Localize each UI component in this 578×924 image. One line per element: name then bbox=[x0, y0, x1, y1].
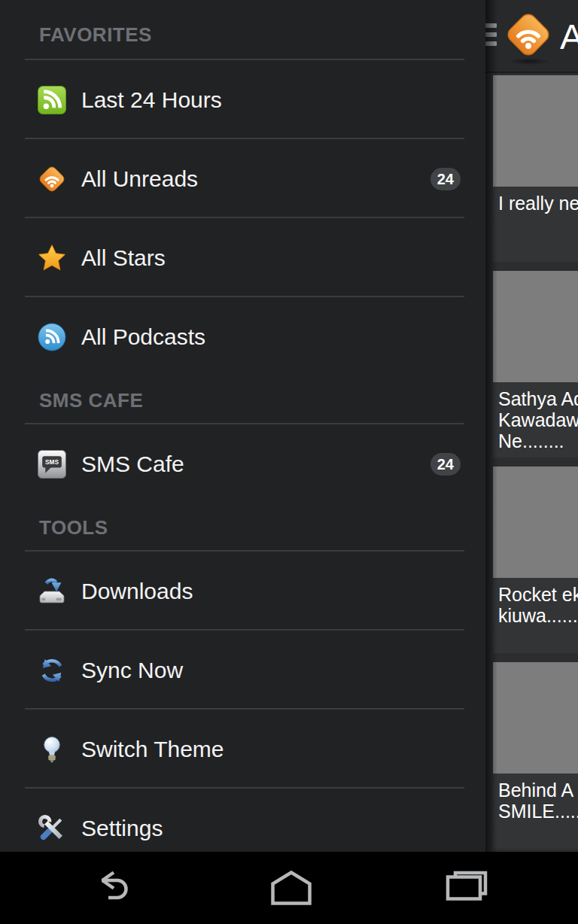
section-header-sms-cafe: SMS CAFE bbox=[0, 376, 485, 424]
drawer-item-downloads[interactable]: Downloads bbox=[0, 552, 485, 631]
unread-count-badge: 24 bbox=[430, 453, 461, 476]
drawer-shadow bbox=[485, 0, 497, 852]
podcast-blue-icon bbox=[38, 323, 66, 351]
rss-green-icon bbox=[38, 86, 66, 114]
thumbnail-placeholder bbox=[493, 75, 578, 187]
drawer-item-label: All Podcasts bbox=[81, 324, 461, 350]
article-card[interactable]: Behind ASMILE........ bbox=[493, 662, 578, 849]
navigation-drawer: FAVORITESLast 24 HoursAll Unreads24All S… bbox=[0, 0, 485, 852]
caption-line: SMILE........ bbox=[498, 801, 578, 822]
card-caption: I really need bbox=[493, 187, 578, 262]
drawer-item-label: Last 24 Hours bbox=[81, 87, 461, 113]
logo-reflection bbox=[509, 58, 549, 65]
drawer-item-label: All Stars bbox=[81, 245, 461, 271]
caption-line: Ne........ bbox=[498, 430, 578, 451]
unread-count-badge: 24 bbox=[430, 168, 461, 190]
drawer-item-label: SMS Cafe bbox=[81, 451, 430, 477]
card-caption: Behind ASMILE........ bbox=[493, 774, 578, 849]
recents-icon[interactable] bbox=[446, 871, 488, 905]
section-header-tools: TOOLS bbox=[0, 503, 485, 552]
thumbnail-placeholder bbox=[493, 467, 578, 578]
article-card[interactable]: Sathya AdaKawadawaNe........ bbox=[493, 271, 578, 457]
drawer-item-label: Downloads bbox=[81, 579, 461, 604]
caption-line: kiuwa......... bbox=[498, 605, 578, 626]
drawer-item-all-podcasts[interactable]: All Podcasts bbox=[0, 297, 485, 376]
caption-line: Behind A bbox=[498, 780, 578, 801]
app-title: A bbox=[560, 16, 578, 57]
drawer-item-sync-now[interactable]: Sync Now bbox=[0, 631, 485, 710]
caption-line: Kawadawa bbox=[498, 409, 578, 430]
drawer-item-settings[interactable]: Settings bbox=[0, 789, 485, 852]
system-navbar bbox=[0, 852, 578, 924]
section-header-label: SMS CAFE bbox=[39, 389, 143, 412]
settings-icon bbox=[38, 814, 66, 843]
drawer-item-label: Switch Theme bbox=[81, 737, 461, 762]
drawer-item-last-24-hours[interactable]: Last 24 Hours bbox=[0, 60, 485, 139]
card-caption: Sathya AdaKawadawaNe........ bbox=[493, 382, 578, 457]
sync-icon bbox=[38, 656, 66, 685]
downloads-icon bbox=[38, 577, 66, 606]
article-card[interactable]: Rocket ekakiuwa......... bbox=[493, 467, 578, 653]
svg-text:SMS: SMS bbox=[45, 459, 59, 466]
drawer-item-label: Sync Now bbox=[81, 658, 461, 683]
card-caption: Rocket ekakiuwa......... bbox=[493, 578, 578, 653]
drawer-item-label: All Unreads bbox=[81, 166, 430, 192]
home-icon[interactable] bbox=[269, 871, 313, 905]
screen: A I really needSathya AdaKawadawaNe.....… bbox=[0, 0, 578, 924]
drawer-item-all-unreads[interactable]: All Unreads24 bbox=[0, 139, 485, 218]
section-header-label: TOOLS bbox=[39, 516, 108, 540]
drawer-item-sms-cafe[interactable]: SMSSMS Cafe24 bbox=[0, 424, 485, 503]
drawer-item-switch-theme[interactable]: Switch Theme bbox=[0, 710, 485, 789]
thumbnail-placeholder bbox=[493, 662, 578, 774]
caption-line: Rocket eka bbox=[498, 584, 578, 605]
drawer-item-label: Settings bbox=[81, 816, 461, 841]
star-icon bbox=[38, 244, 66, 272]
article-card[interactable]: I really need bbox=[493, 75, 578, 262]
app-logo-icon bbox=[504, 11, 552, 59]
lightbulb-icon bbox=[38, 735, 66, 764]
unreads-orange-icon bbox=[38, 165, 66, 193]
caption-line: I really need bbox=[498, 193, 578, 214]
caption-line: Sathya Ada bbox=[498, 388, 578, 409]
section-header-label: FAVORITES bbox=[39, 23, 152, 47]
back-icon[interactable] bbox=[90, 871, 137, 905]
sms-icon: SMS bbox=[38, 450, 66, 479]
drawer-item-all-stars[interactable]: All Stars bbox=[0, 218, 485, 297]
thumbnail-placeholder bbox=[493, 271, 578, 382]
section-header-favorites: FAVORITES bbox=[0, 0, 485, 60]
article-list[interactable]: I really needSathya AdaKawadawaNe.......… bbox=[493, 75, 578, 852]
